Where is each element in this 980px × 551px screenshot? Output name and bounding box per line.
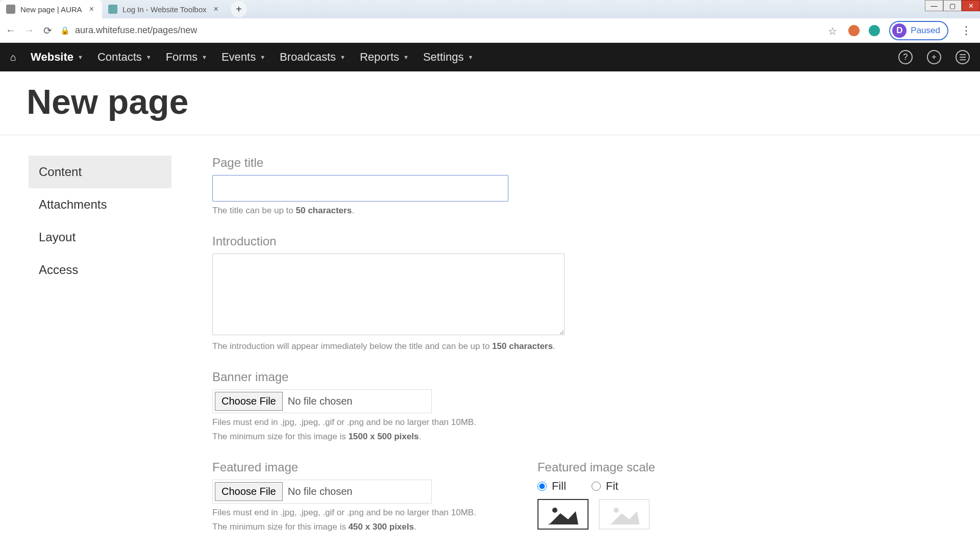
avatar: D — [892, 23, 906, 38]
nav-forms[interactable]: Forms▼ — [166, 51, 207, 64]
window-close-button[interactable]: ✕ — [962, 0, 980, 11]
caret-down-icon: ▼ — [78, 54, 83, 60]
paused-label: Paused — [911, 26, 940, 36]
favicon-icon — [6, 5, 15, 14]
choose-file-button[interactable]: Choose File — [215, 482, 283, 501]
caret-down-icon: ▼ — [202, 54, 207, 60]
minimize-button[interactable]: — — [925, 0, 943, 11]
featured-file-picker[interactable]: Choose File No file chosen — [212, 480, 432, 504]
caret-down-icon: ▼ — [340, 54, 346, 60]
page-title-input[interactable] — [212, 175, 508, 202]
close-icon[interactable]: × — [87, 5, 96, 14]
tab-title: Log In - Website Toolbox — [122, 5, 207, 14]
introduction-hint: The introduction will appear immediately… — [212, 341, 951, 352]
caret-down-icon: ▼ — [260, 54, 265, 60]
url-text: aura.whitefuse.net/pages/new — [75, 25, 197, 36]
account-icon[interactable]: ☰ — [955, 50, 970, 64]
nav-website[interactable]: Website▼ — [31, 51, 83, 64]
page-title: New page — [0, 71, 980, 135]
featured-hint-2: The minimum size for this image is 450 x… — [212, 522, 476, 532]
home-icon[interactable]: ⌂ — [10, 52, 16, 63]
banner-image-label: Banner image — [212, 370, 951, 384]
profile-paused-pill[interactable]: D Paused — [889, 21, 948, 40]
favicon-icon — [108, 5, 117, 14]
app-navbar: ⌂ Website▼ Contacts▼ Forms▼ Events▼ Broa… — [0, 43, 980, 71]
nav-broadcasts[interactable]: Broadcasts▼ — [280, 51, 346, 64]
forward-icon[interactable]: → — [23, 25, 35, 36]
nav-events[interactable]: Events▼ — [222, 51, 265, 64]
banner-file-picker[interactable]: Choose File No file chosen — [212, 389, 432, 413]
extension-icon[interactable] — [848, 25, 860, 36]
browser-tab-active[interactable]: New page | AURA × — [0, 0, 102, 18]
sidebar-tabs: Content Attachments Layout Access — [29, 156, 172, 550]
sidebar-tab-access[interactable]: Access — [29, 254, 172, 286]
new-tab-button[interactable]: + — [231, 1, 247, 17]
nav-reports[interactable]: Reports▼ — [360, 51, 409, 64]
page-title-hint: The title can be up to 50 characters. — [212, 206, 951, 216]
extension-icon[interactable] — [869, 25, 880, 36]
kebab-menu-icon[interactable]: ⋮ — [958, 24, 975, 37]
banner-hint-2: The minimum size for this image is 1500 … — [212, 432, 951, 442]
close-icon[interactable]: × — [212, 5, 220, 14]
scale-fit-radio[interactable] — [592, 482, 601, 491]
fit-thumbnail-icon[interactable] — [599, 499, 650, 530]
fill-thumbnail-icon[interactable] — [537, 499, 589, 530]
add-icon[interactable]: + — [927, 50, 941, 64]
scale-fit-option[interactable]: Fit — [592, 480, 618, 493]
featured-hint-1: Files must end in .jpg, .jpeg, .gif or .… — [212, 508, 476, 518]
lock-icon: 🔒 — [60, 26, 70, 35]
file-status: No file chosen — [288, 486, 353, 497]
sidebar-tab-content[interactable]: Content — [29, 156, 172, 188]
svg-point-4 — [614, 508, 619, 513]
scale-fill-option[interactable]: Fill — [537, 480, 566, 493]
svg-point-1 — [552, 508, 557, 513]
maximize-button[interactable]: ▢ — [943, 0, 962, 11]
page-title-label: Page title — [212, 156, 951, 170]
featured-image-label: Featured image — [212, 460, 476, 474]
bookmark-star-icon[interactable]: ☆ — [828, 25, 839, 36]
caret-down-icon: ▼ — [146, 54, 152, 60]
featured-scale-label: Featured image scale — [537, 460, 658, 474]
scale-fill-radio[interactable] — [537, 482, 547, 491]
window-controls: — ▢ ✕ — [925, 0, 980, 18]
address-bar: ← → ⟳ 🔒 aura.whitefuse.net/pages/new ☆ D… — [0, 18, 980, 43]
browser-tab-strip: New page | AURA × Log In - Website Toolb… — [0, 0, 980, 18]
reload-icon[interactable]: ⟳ — [42, 25, 53, 36]
file-status: No file chosen — [288, 395, 353, 407]
browser-tab-inactive[interactable]: Log In - Website Toolbox × — [102, 0, 227, 18]
tab-title: New page | AURA — [20, 5, 82, 14]
caret-down-icon: ▼ — [403, 54, 409, 60]
sidebar-tab-attachments[interactable]: Attachments — [29, 188, 172, 221]
introduction-textarea[interactable] — [212, 254, 565, 335]
nav-contacts[interactable]: Contacts▼ — [97, 51, 152, 64]
choose-file-button[interactable]: Choose File — [215, 392, 283, 411]
caret-down-icon: ▼ — [468, 54, 473, 60]
nav-settings[interactable]: Settings▼ — [423, 51, 473, 64]
banner-hint-1: Files must end in .jpg, .jpeg, .gif or .… — [212, 417, 951, 428]
introduction-label: Introduction — [212, 234, 951, 248]
sidebar-tab-layout[interactable]: Layout — [29, 221, 172, 254]
url-display[interactable]: 🔒 aura.whitefuse.net/pages/new — [60, 25, 197, 36]
back-icon[interactable]: ← — [5, 25, 16, 36]
help-icon[interactable]: ? — [898, 50, 913, 64]
